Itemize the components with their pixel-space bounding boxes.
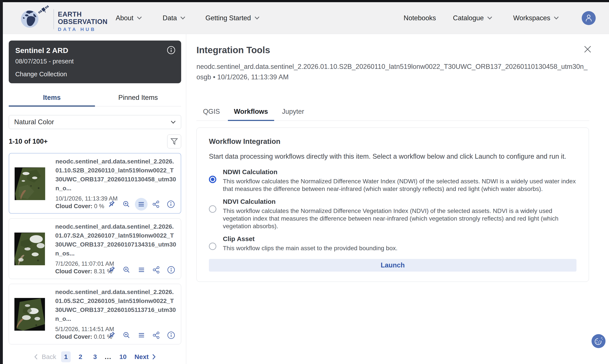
radio-column (209, 198, 223, 230)
zoom-to-item-button[interactable] (120, 198, 133, 210)
share-icon (152, 266, 160, 274)
radio-column (209, 235, 223, 252)
change-collection-link[interactable]: Change Collection (15, 71, 175, 78)
chevron-right-icon (152, 354, 156, 360)
workflow-options: NDWI Calculation This workflow calculate… (209, 168, 577, 252)
item-info-button[interactable] (165, 329, 178, 341)
chevron-down-icon (554, 16, 559, 20)
screenshot-top-edge (0, 0, 609, 2)
zoom-to-item-button[interactable] (120, 329, 133, 341)
share-item-button[interactable] (150, 263, 163, 276)
pin-item-button[interactable] (105, 263, 118, 276)
pagination-page-10[interactable]: 10 (116, 351, 130, 362)
item-info-button[interactable] (165, 263, 178, 276)
nav-getting-started[interactable]: Getting Started (205, 2, 260, 34)
pin-item-button[interactable] (105, 198, 118, 210)
nav-notebooks[interactable]: Notebooks (404, 2, 436, 34)
launch-button[interactable]: Launch (209, 259, 577, 272)
logo[interactable]: EARTH OBSERVATION DATA HUB (17, 3, 109, 32)
logo-line1: EARTH (58, 11, 108, 18)
item-details-button[interactable] (135, 329, 148, 341)
nav-catalogue[interactable]: Catalogue (453, 2, 492, 34)
workflow-option-text: NDWI Calculation This workflow calculate… (223, 168, 577, 193)
pin-slash-icon (108, 331, 116, 339)
workflow-option-ndwi[interactable]: NDWI Calculation This workflow calculate… (209, 168, 577, 193)
ndwi-radio[interactable] (209, 176, 216, 183)
workflow-name: NDWI Calculation (223, 168, 577, 176)
render-option-select[interactable]: Natural Color (9, 115, 181, 129)
nav-workspaces[interactable]: Workspaces (513, 2, 559, 34)
workflow-name: Clip Asset (223, 235, 398, 243)
satellite-icon (37, 4, 50, 15)
item-actions (105, 198, 177, 210)
clip-asset-radio[interactable] (209, 243, 216, 250)
item-actions (105, 263, 178, 276)
chevron-down-icon (137, 16, 142, 20)
cloud-cover-label: Cloud Cover: (55, 203, 93, 209)
logo-divider (54, 9, 54, 29)
collection-card: Sentinel 2 ARD 08/07/2015 - present Chan… (9, 40, 181, 83)
nav-data[interactable]: Data (163, 2, 185, 34)
pin-slash-icon (107, 200, 116, 208)
integration-tools-panel: Integration Tools neodc.sentinel_ard.dat… (186, 34, 609, 364)
item-id: neodc.sentinel_ard.data.sentinel_2.2026.… (55, 222, 177, 258)
workflow-intro: Start data processing workflows directly… (209, 152, 577, 161)
filter-icon (170, 138, 178, 145)
item-details-button[interactable] (135, 198, 148, 210)
collection-info-button[interactable] (167, 46, 176, 54)
share-item-button[interactable] (150, 329, 163, 341)
nav-about[interactable]: About (116, 2, 142, 34)
zoom-to-item-button[interactable] (120, 263, 133, 276)
nav-workspaces-label: Workspaces (513, 14, 550, 22)
item-card[interactable]: neodc.sentinel_ard.data.sentinel_2.2026.… (9, 284, 181, 344)
pagination-back[interactable]: Back (34, 353, 56, 361)
workflow-option-clip-asset[interactable]: Clip Asset This workflow clips the main … (209, 235, 577, 252)
info-icon (167, 266, 175, 274)
item-details-button[interactable] (135, 263, 148, 276)
workflow-description: This workflow calculates the Normalized … (223, 207, 577, 230)
share-item-button[interactable] (150, 198, 162, 210)
tab-jupyter[interactable]: Jupyter (276, 108, 310, 120)
tab-workflows[interactable]: Workflows (228, 108, 274, 121)
cloud-cover-label: Cloud Cover: (55, 334, 92, 340)
user-icon (585, 14, 592, 22)
chevron-left-icon (34, 354, 38, 360)
collection-date-range: 08/07/2015 - present (15, 58, 175, 65)
ndvi-radio[interactable] (209, 205, 216, 213)
item-info-button[interactable] (165, 198, 177, 210)
item-card[interactable]: neodc.sentinel_ard.data.sentinel_2.2026.… (9, 218, 181, 279)
tab-items[interactable]: Items (9, 91, 95, 107)
cookie-settings-button[interactable] (592, 334, 606, 348)
pagination-page-2[interactable]: 2 (76, 351, 85, 362)
pin-item-button[interactable] (105, 329, 118, 341)
chevron-down-icon (180, 16, 185, 20)
chevron-down-icon (254, 16, 260, 20)
close-panel-button[interactable] (582, 44, 593, 55)
sidebar-tabs: Items Pinned Items (9, 91, 181, 106)
workflow-heading: Workflow Integration (209, 137, 577, 146)
results-count: 1-10 of 100+ (9, 138, 48, 145)
workflow-option-ndvi[interactable]: NDVI Calculation This workflow calculate… (209, 198, 577, 230)
filter-button[interactable] (167, 134, 181, 148)
render-option-value: Natural Color (14, 118, 54, 126)
item-thumbnail (14, 298, 45, 331)
page-title: Integration Tools (196, 45, 589, 55)
pagination-next-label: Next (135, 353, 149, 361)
screenshot-left-edge (0, 0, 3, 364)
results-row: 1-10 of 100+ (9, 135, 181, 148)
item-card[interactable]: neodc.sentinel_ard.data.sentinel_2.2026.… (9, 153, 181, 214)
zoom-in-icon (122, 200, 131, 208)
tab-pinned-items[interactable]: Pinned Items (95, 91, 181, 106)
pagination-page-3[interactable]: 3 (90, 351, 100, 362)
pagination-page-1[interactable]: 1 (61, 351, 71, 362)
cloud-cover-label: Cloud Cover: (55, 268, 92, 275)
nav-catalogue-label: Catalogue (453, 14, 484, 22)
pagination-next[interactable]: Next (135, 353, 156, 361)
user-avatar-button[interactable] (582, 11, 596, 25)
results-sidebar: Sentinel 2 ARD 08/07/2015 - present Chan… (3, 34, 186, 364)
tab-qgis[interactable]: QGIS (197, 108, 226, 120)
collection-title: Sentinel 2 ARD (15, 46, 175, 55)
nav-data-label: Data (163, 14, 177, 22)
chevron-down-icon (487, 16, 492, 20)
workflow-integration-card: Workflow Integration Start data processi… (196, 128, 589, 282)
